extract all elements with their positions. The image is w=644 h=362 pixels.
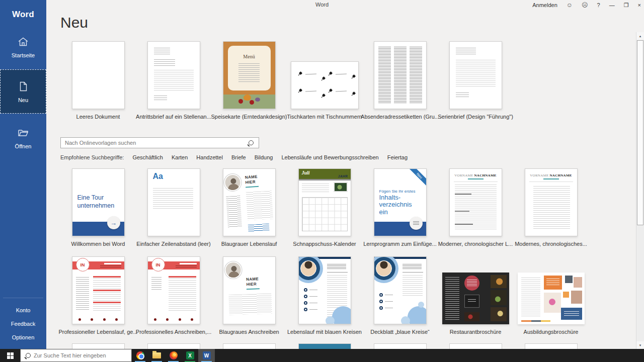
- template-schnappschuss-kalender[interactable]: Juli JAHR Schnappschuss-Kalender: [287, 168, 362, 247]
- search-term-feiertag[interactable]: Feiertag: [387, 154, 408, 160]
- text-lines: [327, 275, 347, 308]
- text-lines: [302, 184, 329, 193]
- scroll-up-icon[interactable]: ▲: [636, 32, 644, 40]
- chrome-icon: [136, 351, 144, 359]
- taskbar-excel[interactable]: X: [182, 349, 198, 362]
- text-lines: [93, 276, 121, 312]
- section-bar: [93, 276, 121, 278]
- portrait-photo: [376, 260, 392, 277]
- header-sub-lines: [100, 265, 121, 268]
- excel-icon: X: [186, 351, 194, 359]
- template-professioneller-lebenslauf[interactable]: IN Professioneller Lebenslauf, ge...: [60, 256, 136, 335]
- template-restaurantbroschuere[interactable]: Restaurantbroschüre: [438, 273, 513, 335]
- close-button[interactable]: ×: [638, 2, 641, 8]
- template-thumbnail: [72, 41, 125, 109]
- template-leeres-dokument[interactable]: Leeres Dokument: [60, 41, 136, 120]
- template-absenderadressetiketten[interactable]: Absenderadressetiketten (Gru...: [362, 41, 438, 120]
- section-bar: [93, 290, 121, 291]
- sidebar-item-konto[interactable]: Konto: [0, 303, 46, 317]
- sidebar-item-startseite[interactable]: Startseite: [0, 29, 46, 64]
- tilted-page: NAME HIER: [223, 256, 276, 324]
- template-row-2: Eine Tour unternehmen → Willkommen bei W…: [60, 168, 636, 247]
- template-modernes-anschreiben[interactable]: VORNAME NACHNAME Modernes, chronologisch…: [513, 168, 589, 247]
- orange-block: [544, 276, 562, 290]
- template-tischkarten[interactable]: Tischkarten mit Tischnummern: [287, 61, 362, 120]
- resume-name: VORNAME NACHNAME: [527, 173, 575, 177]
- template-serienbrief[interactable]: Serienbrief (Design "Führung"): [438, 41, 513, 120]
- ornament: [298, 71, 302, 75]
- taskbar-word[interactable]: W: [198, 349, 215, 362]
- help-icon[interactable]: ?: [597, 2, 600, 8]
- template-einfacher-zeilenabstand[interactable]: Aa Einfacher Zeilenabstand (leer): [136, 168, 211, 247]
- start-button[interactable]: [0, 349, 20, 362]
- template-speisekarte[interactable]: Menü Speisekarte (Erntedankdesign): [211, 41, 287, 120]
- search-term-lebenslaeufe[interactable]: Lebensläufe und Bewerbungsschreiben: [281, 154, 378, 160]
- vertical-scrollbar[interactable]: ▲ ▼: [636, 32, 644, 349]
- partial-thumbnail[interactable]: [374, 343, 427, 349]
- search-term-bildung[interactable]: Bildung: [255, 154, 273, 160]
- taskbar-file-explorer[interactable]: [148, 349, 165, 362]
- taskbar-firefox[interactable]: [165, 349, 182, 362]
- ornament: [321, 94, 325, 97]
- template-label: Moderner, chronologischer L...: [438, 241, 513, 247]
- template-blaugraues-anschreiben[interactable]: NAME HIER Blaugraues Anschreiben: [211, 256, 287, 335]
- restore-button[interactable]: ❐: [624, 2, 629, 9]
- name-placeholder: NAME HIER: [245, 174, 258, 188]
- partial-thumbnail[interactable]: [449, 343, 502, 349]
- sidebar-item-label: Startseite: [12, 52, 35, 58]
- sidebar-footer: Konto Feedback Optionen: [0, 298, 46, 344]
- red-circle-callout: [464, 276, 479, 291]
- partial-thumbnail[interactable]: [525, 343, 578, 349]
- template-professionelles-anschreiben[interactable]: IN Professionelles Anschreiben,...: [136, 256, 211, 335]
- template-deckblatt-blaue-kreise[interactable]: Deckblatt „blaue Kreise“: [362, 256, 438, 335]
- sign-in-link[interactable]: Anmelden: [532, 2, 557, 8]
- header-title-line: [180, 263, 197, 264]
- scrollbar-thumb[interactable]: [637, 40, 643, 225]
- template-lebenslauf-blaue-kreise[interactable]: Lebenslauf mit blauen Kreisen: [287, 256, 362, 335]
- template-willkommen[interactable]: Eine Tour unternehmen → Willkommen bei W…: [60, 168, 136, 247]
- text-lines: [226, 196, 242, 228]
- sidebar-item-feedback[interactable]: Feedback: [0, 317, 46, 330]
- sidebar-item-label: Neu: [18, 97, 28, 103]
- template-blaugrauer-lebenslauf[interactable]: NAME HIER Blaugrauer Lebenslauf: [211, 168, 287, 247]
- monogram-logo: IN: [76, 258, 90, 272]
- search-term-geschaeftlich[interactable]: Geschäftlich: [132, 154, 163, 160]
- taskbar-search-input[interactable]: [34, 352, 131, 358]
- search-term-briefe[interactable]: Briefe: [231, 154, 246, 160]
- ornament: [298, 88, 302, 92]
- taskbar-chrome[interactable]: [132, 349, 148, 362]
- partial-thumbnail[interactable]: [298, 343, 351, 349]
- scroll-down-icon[interactable]: ▼: [636, 341, 644, 349]
- section-heading-line: [455, 194, 471, 195]
- sidebar-item-optionen[interactable]: Optionen: [0, 330, 46, 344]
- titlebar: Word Anmelden ☺ ☹ ? — ❐ ×: [0, 0, 644, 10]
- text-lines: [456, 60, 496, 88]
- contact-bullets: [304, 288, 317, 311]
- template-search-input[interactable]: [61, 140, 249, 146]
- search-icon: [26, 353, 31, 358]
- search-icon[interactable]: [249, 140, 254, 145]
- partial-thumbnail[interactable]: [223, 343, 276, 349]
- template-antrittsbrief[interactable]: Antrittsbrief auf ein Stellenan...: [136, 41, 211, 120]
- divider: [403, 272, 423, 273]
- partial-thumbnail[interactable]: [147, 343, 200, 349]
- search-term-karten[interactable]: Karten: [172, 154, 188, 160]
- sidebar-item-neu[interactable]: Neu: [0, 69, 46, 114]
- search-term-handzettel[interactable]: Handzettel: [196, 154, 223, 160]
- smiley-feedback-icon[interactable]: ☺: [567, 2, 573, 8]
- portrait-photo: [300, 260, 316, 277]
- text-lines: [154, 48, 170, 56]
- partial-thumbnail[interactable]: [72, 343, 125, 349]
- portrait-photo: [223, 173, 242, 192]
- frown-feedback-icon[interactable]: ☹: [582, 2, 588, 8]
- monogram-logo: IN: [151, 258, 165, 272]
- sidebar-item-oeffnen[interactable]: Öffnen: [0, 116, 46, 160]
- header-title-line: [104, 263, 121, 264]
- minimize-button[interactable]: —: [609, 2, 615, 8]
- template-ausbildungsbroschuere[interactable]: Ausbildungsbroschüre: [513, 273, 589, 335]
- script-text: [335, 74, 346, 75]
- ornament: [329, 71, 332, 75]
- tilted-page: NAME HIER: [223, 168, 276, 236]
- template-lernprogramm[interactable]: Neu Fügen Sie Ihr erstes Inhalts- verzei…: [362, 168, 438, 247]
- template-moderner-lebenslauf[interactable]: VORNAME NACHNAME Moderner, chronologisch…: [438, 168, 513, 247]
